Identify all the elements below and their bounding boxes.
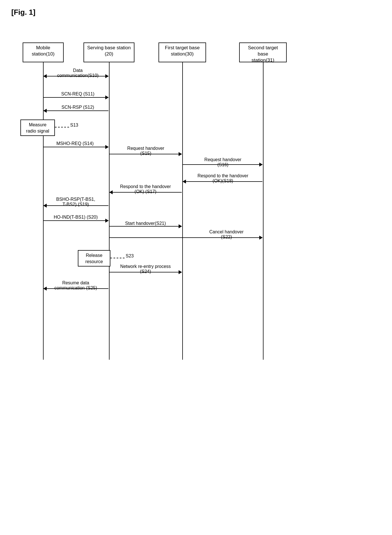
label-s13: S13 [70, 123, 78, 128]
entity-mobile-station: Mobilestation(10) [23, 42, 64, 62]
label-s23: S23 [126, 253, 134, 259]
label-bsho-rsp: BSHO-RSP(T-BS1,T-BS2) (S19) [44, 197, 108, 207]
msg-start-handover [110, 226, 182, 227]
msg-msho-req [44, 147, 108, 147]
msg-ho-ind [44, 220, 108, 221]
lifeline-ms [43, 62, 44, 360]
label-cancel-handover: Cancel handover(S22) [195, 229, 258, 240]
step-box-measure-radio: Measureradio signal [20, 120, 55, 136]
figure-label: [Fig. 1] [11, 8, 35, 17]
dashed-s13 [55, 127, 69, 127]
label-start-handover: Start handover(S21) [110, 221, 181, 226]
entity-serving-base-station: Serving base station(20) [83, 42, 134, 62]
label-request-handover-s15: Request handover(S15) [110, 146, 181, 156]
lifeline-sbs2 [263, 62, 264, 360]
diagram-container: Mobilestation(10) Serving base station(2… [14, 42, 376, 524]
label-respond-handover-s17: Respond to the handover(OK) (S17) [110, 184, 181, 194]
msg-scn-rsp [44, 110, 108, 111]
label-ho-ind: HO-IND(T-BS1) (S20) [44, 215, 108, 220]
label-respond-handover-s18: Respond to the handover(OK)(S18) [185, 173, 260, 184]
lifeline-sbs [109, 62, 110, 360]
step-box-release-resource: Releaseresource [78, 250, 110, 267]
label-data-communication: Datacommunication(S10) [48, 68, 108, 78]
entity-second-target-base-station: Second target basestation(31) [239, 42, 287, 62]
lifeline-fbs [182, 62, 183, 360]
label-msho-req: MSHO-REQ (S14) [44, 141, 106, 146]
label-scn-req: SCN-REQ (S11) [48, 91, 108, 97]
label-resume-data: Resume datacommunication (S25) [44, 280, 108, 291]
label-request-handover-s16: Request handover(S16) [185, 157, 260, 167]
label-scn-rsp: SCN-RSP (S12) [48, 105, 108, 110]
dashed-s23 [110, 258, 125, 258]
entity-first-target-base-station: First target basestation(30) [158, 42, 206, 62]
msg-scn-req [44, 97, 108, 98]
label-network-reentry: Network re-entry process(S24) [110, 264, 181, 274]
